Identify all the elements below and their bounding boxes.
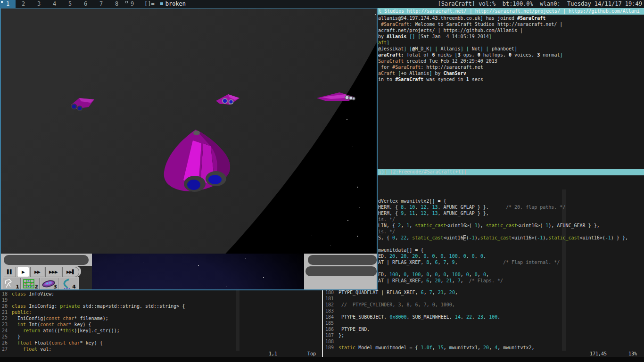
tag-2[interactable]: 2	[16, 0, 31, 8]
irc-line: aft]	[378, 40, 644, 46]
vim-right-lower-code: 180PTYPE_QUADFLAT | RFLAG_XREF, 6, 7, 21…	[325, 289, 535, 351]
wireframe-icon	[4, 279, 14, 289]
viewer-tool-buttons: 1 2	[3, 278, 77, 289]
code-line: 183	[325, 308, 535, 314]
irc-window: t Studios http://saracraft.net/ | http:/…	[378, 8, 644, 189]
vim-left-window[interactable]: 18class InfoView;1920class IniConfig: pr…	[0, 290, 322, 362]
line-number: 23	[1, 321, 8, 328]
line-number: 188	[325, 338, 335, 345]
line-number: 19	[1, 297, 8, 303]
code-line: 188	[325, 338, 535, 345]
ship-view-button[interactable]: 3	[41, 278, 58, 289]
line-number: 183	[325, 308, 335, 314]
tag-7[interactable]: 7	[93, 0, 109, 8]
pause-button[interactable]: ▌▌	[4, 267, 16, 277]
line-number: 18	[1, 291, 8, 297]
irc-line: for #SaraCraft: http://saracraft.net	[378, 64, 644, 70]
tag-4[interactable]: 4	[47, 0, 62, 8]
play-button[interactable]: ▶	[17, 267, 29, 277]
code-line: HERM, { 9, 11, 12, 13, AFUNC_GFLAP } },	[378, 210, 628, 216]
star	[288, 283, 288, 283]
code-line: 22 IniConfig(const char* filename);	[1, 315, 185, 321]
line-number: 187	[325, 332, 335, 338]
faster-forward-icon: ▶▶▶	[49, 270, 58, 274]
line-number: 181	[325, 296, 335, 302]
line-number: 24	[1, 328, 8, 334]
window-title-text: broken	[165, 0, 186, 7]
tag-5[interactable]: 5	[62, 0, 78, 8]
model-viewer-window: ▌▌ ▶ ▶▶ ▶▶▶ ▶▶▌ 1	[0, 8, 378, 290]
irc-topic-bar: t Studios http://saracraft.net/ | http:/…	[378, 8, 644, 15]
tool-number: 4	[72, 284, 76, 289]
vim-right-cursor-pos: 171,45	[590, 351, 607, 357]
tag-3[interactable]: 3	[31, 0, 47, 8]
path-tool-button[interactable]: 4	[59, 278, 77, 289]
desktop: t Studios http://saracraft.net/ | http:/…	[0, 0, 644, 362]
star	[198, 265, 199, 266]
code-line: is. */	[378, 229, 628, 235]
fast-forward-icon: ▶▶	[34, 270, 40, 274]
wireframe-tool-button[interactable]: 1	[3, 278, 21, 289]
tag-6[interactable]: 6	[78, 0, 93, 8]
fastest-forward-icon: ▶▶▌	[66, 270, 75, 274]
terminal-bottom-gap	[0, 357, 644, 362]
line-number: 21	[1, 309, 8, 315]
star	[245, 258, 246, 259]
hud-right-pill-bottom	[305, 266, 377, 276]
vim-left-scroll-pos: Top	[307, 351, 316, 357]
vim-vertical-split	[322, 290, 323, 357]
code-line: 184 PTYPE_SUBOBJECT, 0x8000, SUB_MAINWHE…	[325, 314, 535, 320]
code-line: LIN, { 2, 1, static_cast<uint16>(-1), st…	[378, 222, 628, 229]
hud-right-pill-top	[308, 255, 377, 265]
viewer-3d-scene[interactable]: ▌▌ ▶ ▶▶ ▶▶▶ ▶▶▌ 1	[1, 8, 377, 289]
tool-number: 3	[53, 284, 57, 289]
code-line: 189static Model mwunitmodel = { 1.0f, 15…	[325, 345, 535, 351]
vim-right-statusline: "sbre/models.cpp" [dos] 1267L, 48786C wr…	[324, 351, 643, 357]
irc-statusbar: i)] [2:Freenode/#SaraCraft(+t)]	[378, 169, 644, 175]
code-line: 18class InfoView;	[1, 291, 185, 297]
tag-1[interactable]: 1	[0, 0, 16, 8]
code-line: mwunitdata[] = {	[378, 247, 628, 253]
tool-number: 1	[16, 284, 19, 289]
layout-indicator[interactable]: []=	[140, 0, 159, 8]
irc-line: acraft.net/projects/ | https://github.co…	[378, 27, 644, 33]
code-line: 186 PTYPE_END,	[325, 326, 535, 332]
code-line: 187};	[325, 332, 535, 338]
code-line: 25 }	[1, 334, 185, 340]
line-number: 186	[325, 326, 335, 332]
irc-statusbar-text: i)] [2:Freenode/#SaraCraft(+t)]	[379, 169, 644, 175]
pause-icon: ▌▌	[7, 270, 13, 274]
code-line: 182 // PTYPE_CYLINDER, 3, 8, 6, 7, 0, 10…	[325, 302, 535, 308]
star	[226, 287, 227, 287]
fast-forward-button[interactable]: ▶▶	[30, 267, 44, 277]
code-line: 20class IniConfig: private std::map<std:…	[1, 303, 185, 309]
focused-window-title: broken	[159, 0, 186, 8]
line-number: 25	[1, 334, 8, 340]
code-line: AT | RFLAG_XREF, 6, 20, 21, 7, /* Flaps.…	[378, 278, 628, 284]
vim-left-code: 18class InfoView;1920class IniConfig: pr…	[1, 291, 185, 352]
spaceships-graphic	[1, 8, 377, 289]
grid-tool-button[interactable]: 2	[22, 278, 40, 289]
vim-right-scroll-pct: 13%	[628, 351, 637, 357]
code-line	[378, 265, 628, 272]
filled-tag-indicator-icon	[1, 1, 3, 3]
playback-controls: ▌▌ ▶ ▶▶ ▶▶▶ ▶▶▌	[4, 267, 79, 277]
code-line: 185	[325, 320, 535, 326]
line-number: 185	[325, 320, 335, 326]
code-line: is. */	[378, 216, 628, 222]
irc-line: araCraft: Total of 6 nicks [3 ops, 0 hal…	[378, 52, 644, 58]
code-line: 181	[325, 296, 535, 302]
line-number: 189	[325, 345, 335, 351]
hud-scene-cutout	[92, 254, 304, 289]
line-number: 182	[325, 302, 335, 308]
irc-line: by Allanis [] [Sat Jan 4 14:05:19 2014]	[378, 33, 644, 40]
status-bar: 123456789 []= broken [SaraCraft] vol:% b…	[0, 0, 644, 8]
fastest-forward-button[interactable]: ▶▶▌	[62, 267, 79, 277]
tag-8[interactable]: 8	[109, 0, 124, 8]
tag-9[interactable]: 9	[124, 0, 140, 8]
faster-forward-button[interactable]: ▶▶▶	[45, 267, 61, 277]
irc-line: allanis@94.197.174.43.threembb.co.uk] ha…	[378, 15, 644, 21]
play-icon: ▶	[22, 270, 25, 274]
line-number: 184	[325, 314, 335, 320]
code-line: 19	[1, 297, 185, 303]
